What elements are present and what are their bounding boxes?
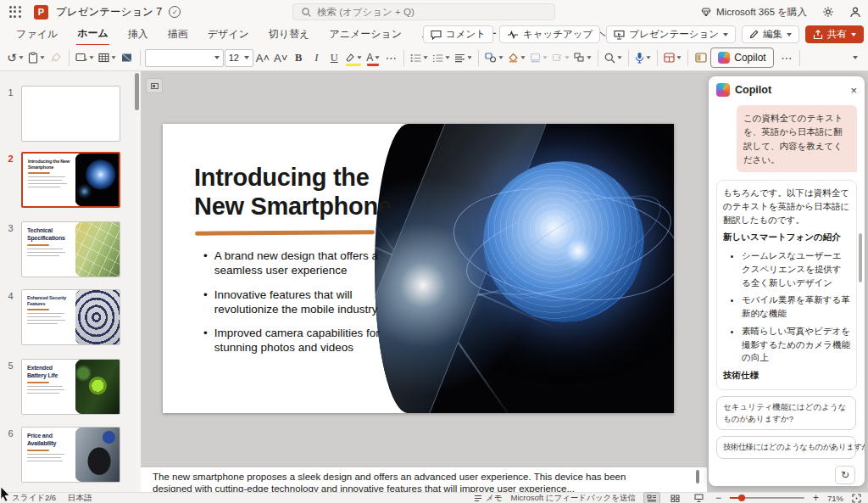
share-button[interactable]: 共有	[805, 25, 864, 43]
tab-transitions[interactable]: 切り替え	[268, 24, 311, 45]
suggestion-chip-2[interactable]: 技術仕様にはどのようなものがありますか?	[716, 436, 856, 458]
speaker-notes[interactable]: The new smartphone proposes a sleek desi…	[141, 467, 707, 492]
thumbnail-1-preview[interactable]	[21, 86, 120, 142]
current-slide[interactable]: Introducing the New Smartphone •A brand …	[163, 124, 674, 413]
language-status[interactable]: 日本語	[68, 493, 92, 503]
new-slide-button[interactable]	[74, 48, 96, 68]
text-highlight-button[interactable]	[343, 48, 364, 68]
comments-button[interactable]: コメント	[423, 25, 493, 43]
slideshow-view-button[interactable]	[692, 493, 707, 503]
normal-view-button[interactable]	[644, 493, 659, 503]
bold-button[interactable]: B	[290, 48, 307, 68]
table-button[interactable]	[97, 48, 118, 68]
bullets-button[interactable]	[409, 48, 430, 68]
bullets-dropdown-icon[interactable]	[424, 56, 428, 59]
tab-design[interactable]: デザイン	[207, 24, 250, 45]
font-name-select[interactable]	[145, 49, 224, 67]
zoom-slider[interactable]	[730, 497, 804, 499]
thumbnail-5-preview[interactable]: Extended Battery Life	[21, 359, 120, 415]
slide-body-text[interactable]: •A brand new design that offers a seamle…	[203, 249, 411, 365]
more-commands-button[interactable]: ⋯	[778, 48, 795, 68]
underline-button[interactable]: U	[326, 48, 342, 68]
font-color-button[interactable]: A	[364, 48, 381, 68]
align-button[interactable]	[453, 48, 474, 68]
slide-sorter-view-button[interactable]	[668, 493, 683, 503]
tab-draw[interactable]: 描画	[167, 24, 189, 45]
thumbnail-6-preview[interactable]: Price and Availability	[21, 427, 120, 483]
ribbon-collapse-icon[interactable]	[853, 56, 858, 59]
zoom-slider-knob[interactable]	[738, 495, 745, 501]
italic-button[interactable]: I	[308, 48, 325, 68]
thumbnail-4-preview[interactable]: Enhanced Security Features	[21, 289, 120, 345]
arrange-dropdown-icon[interactable]	[587, 56, 592, 59]
zoom-out-button[interactable]: −	[715, 492, 721, 503]
powerpoint-logo-icon[interactable]: P	[34, 5, 48, 20]
thumbnail-slide-1[interactable]: 1	[0, 86, 136, 142]
thumbnail-slide-2[interactable]: 2 Introducing the New Smartphone	[0, 152, 136, 208]
zoom-level[interactable]: 71%	[827, 494, 843, 503]
shape-fill-dropdown-icon[interactable]	[521, 56, 526, 59]
copilot-scrollbar[interactable]	[859, 233, 862, 282]
catch-up-button[interactable]: キャッチアップ	[499, 25, 600, 43]
tab-file[interactable]: ファイル	[15, 24, 58, 45]
shape-fill-button[interactable]	[506, 48, 527, 68]
paste-dropdown-icon[interactable]	[40, 56, 44, 59]
find-dropdown-icon[interactable]	[618, 56, 622, 59]
account-person-icon[interactable]	[849, 6, 861, 18]
format-painter-button[interactable]	[47, 48, 64, 68]
grow-font-button[interactable]: A˄	[254, 48, 271, 68]
collapse-thumbnails-button[interactable]	[146, 78, 163, 93]
share-dropdown-icon[interactable]	[851, 33, 856, 36]
shape-outline-button[interactable]	[528, 48, 549, 68]
table-dropdown-icon[interactable]	[111, 56, 115, 59]
edit-shape-dropdown-icon[interactable]	[565, 56, 570, 59]
undo-button[interactable]: ↺	[5, 48, 25, 68]
highlight-dropdown-icon[interactable]	[358, 56, 362, 59]
dictate-dropdown-icon[interactable]	[647, 56, 651, 59]
undo-dropdown-icon[interactable]	[19, 56, 23, 59]
numbering-dropdown-icon[interactable]	[446, 56, 450, 59]
saved-status-icon[interactable]: ✓	[169, 6, 181, 18]
close-icon[interactable]: ×	[850, 85, 857, 96]
tab-insert[interactable]: 挿入	[127, 24, 149, 45]
more-font-options-button[interactable]: ⋯	[382, 48, 399, 68]
present-dropdown-icon[interactable]	[723, 33, 728, 36]
tab-animations[interactable]: アニメーション	[328, 24, 403, 45]
thumbnail-slide-6[interactable]: 6 Price and Availability	[0, 427, 136, 483]
dictate-button[interactable]	[633, 48, 653, 68]
designer-dropdown-icon[interactable]	[677, 56, 682, 59]
paste-button[interactable]	[26, 48, 47, 68]
thumbnail-slide-5[interactable]: 5 Extended Battery Life	[0, 359, 136, 415]
font-color-dropdown-icon[interactable]	[376, 56, 380, 59]
shapes-button[interactable]	[483, 48, 505, 68]
shapes-dropdown-icon[interactable]	[499, 56, 504, 59]
new-slide-dropdown-icon[interactable]	[89, 56, 93, 59]
arrange-button[interactable]	[572, 48, 593, 68]
thumbnail-scrollbar[interactable]	[135, 73, 139, 110]
notes-toggle-button[interactable]: メモ	[474, 493, 502, 503]
slide-counter[interactable]: スライド2/6	[12, 493, 56, 503]
shrink-font-button[interactable]: A˅	[272, 48, 289, 68]
zoom-in-button[interactable]: +	[813, 492, 819, 503]
thumbnail-slide-4[interactable]: 4 Enhanced Security Features	[0, 289, 136, 345]
document-title[interactable]: プレゼンテーション 7	[56, 5, 162, 20]
align-dropdown-icon[interactable]	[468, 56, 472, 59]
settings-gear-icon[interactable]	[822, 6, 834, 18]
layout-button[interactable]	[119, 48, 136, 68]
fit-to-window-icon[interactable]	[852, 494, 861, 503]
find-button[interactable]	[603, 48, 624, 68]
notes-pane-button[interactable]	[693, 48, 709, 68]
tab-home[interactable]: ホーム	[76, 23, 109, 46]
app-launcher-icon[interactable]	[8, 5, 22, 19]
notes-scrollbar[interactable]	[696, 470, 699, 483]
edit-mode-button[interactable]: 編集	[742, 25, 799, 43]
thumbnail-3-preview[interactable]: Technical Specifications	[21, 221, 120, 277]
thumbnail-slide-3[interactable]: 3 Technical Specifications	[0, 221, 136, 277]
slide-title[interactable]: Introducing the New Smartphone	[194, 163, 392, 221]
numbering-button[interactable]	[431, 48, 452, 68]
copilot-button[interactable]: Copilot	[710, 48, 773, 68]
edit-shape-button[interactable]	[550, 48, 571, 68]
designer-button[interactable]	[662, 48, 683, 68]
edit-dropdown-icon[interactable]	[787, 33, 792, 36]
shape-outline-dropdown-icon[interactable]	[543, 56, 548, 59]
